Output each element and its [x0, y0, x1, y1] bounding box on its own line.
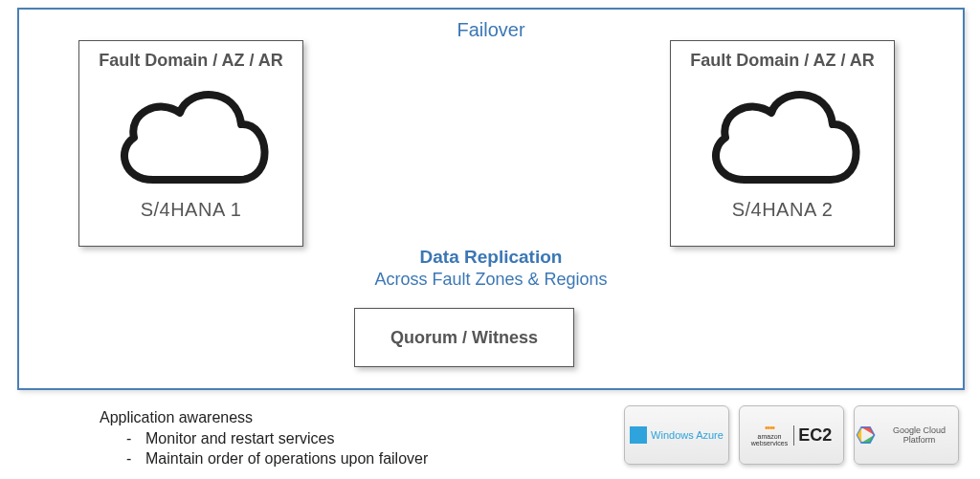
azure-badge: Windows Azure	[624, 405, 729, 465]
data-replication-title: Data Replication	[19, 247, 963, 268]
azure-icon	[630, 426, 647, 444]
azure-label: Windows Azure	[651, 429, 724, 441]
footer-heading: Application awareness	[100, 407, 428, 428]
footer-bullet: -Maintain order of operations upon failo…	[100, 448, 428, 469]
fault-domain-right-subtitle: S/4HANA 2	[671, 199, 894, 221]
fault-domain-right-title: Fault Domain / AZ / AR	[671, 51, 894, 71]
ec2-label: EC2	[793, 425, 832, 446]
aws-ec2-badge: •••• amazon webservices EC2	[739, 405, 844, 465]
failover-title: Failover	[19, 19, 963, 41]
footer-notes: Application awareness -Monitor and resta…	[100, 407, 428, 469]
fault-domain-right: Fault Domain / AZ / AR S/4HANA 2	[670, 40, 895, 247]
data-replication-block: Data Replication Across Fault Zones & Re…	[19, 247, 963, 290]
gcp-icon	[855, 423, 877, 447]
fault-domain-left-subtitle: S/4HANA 1	[79, 199, 302, 221]
footer-bullet: -Monitor and restart services	[100, 428, 428, 449]
fault-domain-left-title: Fault Domain / AZ / AR	[79, 51, 302, 71]
aws-icon: •••• amazon webservices	[751, 424, 789, 446]
gcp-badge: Google Cloud Platform	[854, 405, 959, 465]
quorum-label: Quorum / Witness	[390, 328, 538, 348]
cloud-icon	[671, 75, 894, 199]
gcp-label: Google Cloud Platform	[880, 425, 958, 445]
quorum-witness-box: Quorum / Witness	[354, 308, 574, 367]
fault-domain-left: Fault Domain / AZ / AR S/4HANA 1	[78, 40, 303, 247]
failover-diagram-frame: Failover Fault Domain / AZ / AR S/4HANA …	[17, 8, 965, 390]
cloud-provider-badges: Windows Azure •••• amazon webservices EC…	[624, 405, 959, 465]
cloud-icon	[79, 75, 302, 199]
data-replication-subtitle: Across Fault Zones & Regions	[19, 270, 963, 290]
